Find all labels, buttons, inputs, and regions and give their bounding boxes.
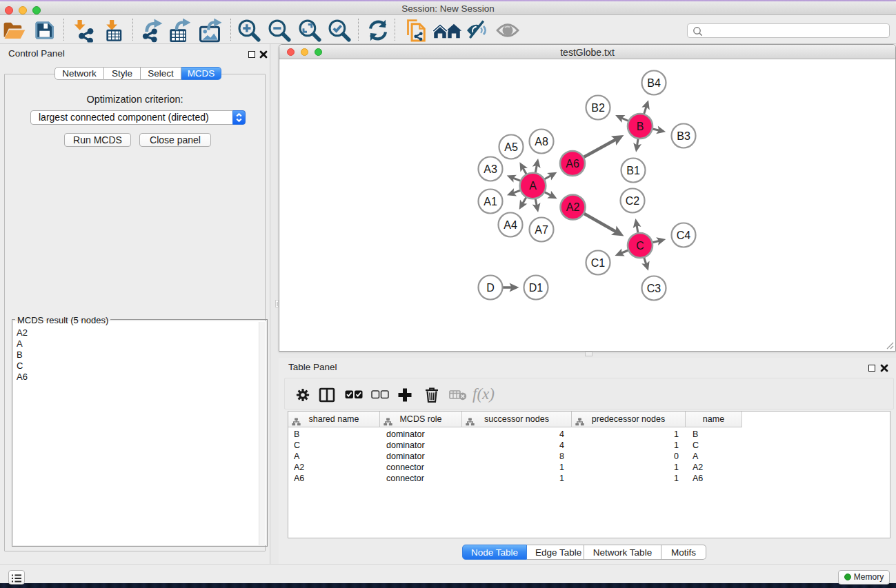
svg-text:B2: B2 <box>591 102 605 114</box>
svg-text:C3: C3 <box>647 283 661 294</box>
svg-text:C4: C4 <box>677 230 691 241</box>
svg-text:A1: A1 <box>484 196 497 207</box>
svg-text:A7: A7 <box>535 224 548 236</box>
svg-text:B: B <box>637 121 644 132</box>
svg-text:A8: A8 <box>535 136 548 148</box>
svg-text:C2: C2 <box>626 195 640 207</box>
svg-text:B4: B4 <box>647 77 661 89</box>
svg-text:A3: A3 <box>484 163 497 175</box>
svg-text:A: A <box>529 180 537 192</box>
svg-text:A5: A5 <box>504 141 518 153</box>
svg-text:D: D <box>486 282 495 294</box>
svg-text:C: C <box>636 240 644 252</box>
svg-text:A2: A2 <box>566 201 580 213</box>
svg-text:B1: B1 <box>626 165 640 176</box>
svg-text:C1: C1 <box>591 257 606 269</box>
svg-text:A4: A4 <box>504 219 517 231</box>
svg-text:D1: D1 <box>529 282 544 294</box>
svg-text:B3: B3 <box>677 130 690 142</box>
svg-text:A6: A6 <box>566 158 579 170</box>
